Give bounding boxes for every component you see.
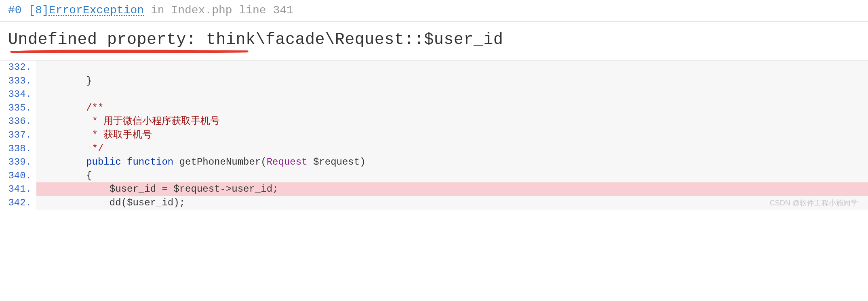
- line-number: 337.: [0, 128, 36, 142]
- code-line: 336. * 用于微信小程序获取手机号: [0, 115, 868, 128]
- code-line: 342. dd($user_id);: [0, 196, 868, 210]
- watermark: CSDN @软件工程小施同学: [770, 198, 858, 208]
- error-message: Undefined property: think\facade\Request…: [8, 31, 860, 49]
- in-keyword: in: [151, 4, 164, 17]
- code-line: 338. */: [0, 142, 868, 156]
- code-line: 337. * 获取手机号: [0, 128, 868, 142]
- code-line: 339. public function getPhoneNumber(Requ…: [0, 155, 868, 169]
- line-number: 332.: [0, 61, 36, 74]
- code-line: 340. {: [0, 169, 868, 183]
- code-content: * 用于微信小程序获取手机号: [36, 115, 868, 128]
- code-content: public function getPhoneNumber(Request $…: [36, 155, 868, 169]
- line-number: 335.: [0, 101, 36, 115]
- code-content: /**: [36, 101, 868, 115]
- code-content: dd($user_id);: [36, 196, 868, 210]
- trace-index: #0: [8, 4, 22, 17]
- line-number: 338.: [0, 142, 36, 156]
- code-line: 333. }: [0, 74, 868, 88]
- annotation-underline-icon: [9, 47, 251, 55]
- code-content: $user_id = $request->user_id;: [36, 182, 868, 196]
- code-snippet: 332.333. }334.335. /**336. * 用于微信小程序获取手机…: [0, 61, 868, 210]
- error-code: [8]: [28, 4, 48, 17]
- line-number: 340.: [0, 169, 36, 183]
- stack-trace-header: #0 [8]ErrorException in Index.php line 3…: [0, 0, 868, 22]
- code-content: {: [36, 169, 868, 183]
- line-number: 334.: [0, 88, 36, 101]
- line-number: 333.: [0, 74, 36, 88]
- code-content: */: [36, 142, 868, 156]
- exception-link[interactable]: ErrorException: [49, 4, 144, 17]
- line-word: line: [239, 4, 266, 17]
- code-content: [36, 88, 868, 101]
- line-number: 336.: [0, 115, 36, 128]
- code-line: 332.: [0, 61, 868, 74]
- code-line: 335. /**: [0, 101, 868, 115]
- code-line: 341. $user_id = $request->user_id;: [0, 182, 868, 196]
- file-name: Index.php: [171, 4, 232, 17]
- line-number: 341.: [0, 182, 36, 196]
- line-number-ref: 341: [273, 4, 293, 17]
- code-content: * 获取手机号: [36, 128, 868, 142]
- code-content: [36, 61, 868, 74]
- line-number: 342.: [0, 196, 36, 210]
- error-message-container: Undefined property: think\facade\Request…: [0, 22, 868, 61]
- code-content: }: [36, 74, 868, 88]
- code-line: 334.: [0, 88, 868, 101]
- line-number: 339.: [0, 155, 36, 169]
